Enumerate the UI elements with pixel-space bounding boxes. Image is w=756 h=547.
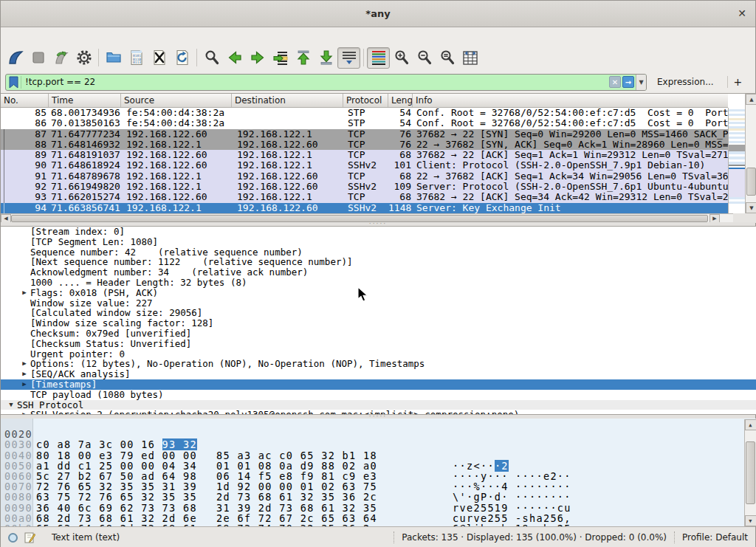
go-back-button[interactable] [223,47,246,69]
profile-status[interactable]: Profile: Default [682,532,748,543]
column-header-no[interactable]: No. [1,94,49,107]
detail-row[interactable]: Acknowledgment number: 34 (relative ack … [1,267,756,278]
detail-row[interactable]: ▼ SSH Protocol [1,400,756,410]
packet-row[interactable]: 89 71.648191037 192.168.122.60 192.168.1… [1,150,728,160]
expand-arrow-icon[interactable] [18,237,30,247]
expand-arrow-icon[interactable] [18,339,30,349]
resize-columns-button[interactable] [458,47,481,69]
packet-list-vscrollbar[interactable]: ▲ ▼ [745,94,756,213]
packet-row[interactable]: 94 71.663856741 192.168.122.1 192.168.12… [1,203,728,213]
scroll-down-button[interactable]: ▼ [745,515,756,526]
detail-row[interactable]: Checksum: 0x79ed [unverified] [1,328,756,339]
go-forward-button[interactable] [246,47,269,69]
hex-row[interactable]: 0050 5c 27 b2 67 50 ad 64 98 1d 92 00 00… [1,450,756,461]
expand-arrow-icon[interactable] [18,247,30,258]
detail-row[interactable]: Sequence number: 42 (relative sequence n… [1,247,756,258]
expand-arrow-icon[interactable]: ▶ [18,288,30,298]
detail-row[interactable]: [Stream index: 0] [1,227,756,237]
auto-scroll-toggle[interactable] [337,47,360,69]
file-close-button[interactable] [148,47,171,69]
detail-row[interactable]: ▶ Flags: 0x018 (PSH, ACK) [1,288,756,298]
column-header-source[interactable]: Source [121,94,232,107]
scrollbar-thumb[interactable] [11,215,708,222]
menu-item[interactable] [51,34,63,38]
packet-row[interactable]: 85 68.001734936 fe:54:00:d4:38:2a STP 54… [1,108,728,118]
expert-info-icon[interactable] [8,533,18,543]
hex-row[interactable]: 0030 80 18 00 e3 79 ed 00 00 01 01 08 0a… [1,429,756,439]
go-first-button[interactable] [292,47,315,69]
display-filter-input[interactable]: !tcp.port == 22 ✕ → ▼ [5,74,647,91]
zoom-out-button[interactable] [413,47,436,69]
scroll-down-button[interactable]: ▼ [746,202,756,213]
menu-item[interactable] [98,34,110,38]
detail-row[interactable]: ▶ [Timestamps] [1,379,756,390]
file-open-button[interactable] [102,47,125,69]
column-header-length[interactable]: Length [388,94,413,107]
menu-item[interactable] [39,34,51,38]
filter-clear-button[interactable]: ✕ [609,76,621,88]
detail-row[interactable]: ▶ [SEQ/ACK analysis] [1,369,756,379]
column-header-info[interactable]: Info [413,94,728,107]
expand-arrow-icon[interactable] [18,308,30,318]
menu-item[interactable] [16,34,27,38]
filter-apply-button[interactable]: → [622,76,634,88]
packet-row[interactable]: 90 71.648618924 192.168.122.60 192.168.1… [1,160,728,171]
expand-arrow-icon[interactable] [18,298,30,309]
scroll-up-button[interactable]: ▲ [746,94,756,105]
column-header-time[interactable]: Time [49,94,121,107]
expand-arrow-icon[interactable]: ▶ [18,379,30,390]
zoom-100-button[interactable] [436,47,458,69]
menu-item[interactable] [122,34,134,38]
scrollbar-thumb[interactable] [746,441,755,504]
expand-arrow-icon[interactable] [18,318,30,328]
title-bar[interactable]: *any ✕ [1,1,755,27]
menu-item[interactable] [86,34,98,38]
find-packet-button[interactable] [200,47,223,69]
detail-row[interactable]: [Checksum Status: Unverified] [1,339,756,349]
hex-row[interactable]: 0080 36 40 6c 69 62 73 73 68 2e 6f 72 67… [1,481,756,492]
hex-row[interactable]: 0090 68 2d 73 68 61 32 2d 6e 69 73 74 70… [1,492,756,502]
menu-item[interactable] [110,34,122,38]
filter-bookmark-icon[interactable] [9,76,18,89]
file-save-button[interactable]: 010101100113 [125,47,148,69]
hex-row[interactable]: 00b0 38 34 2c 65 63 64 68 2d 73 68 61 32… [1,513,756,523]
scroll-up-button[interactable]: ▲ [745,419,756,430]
expression-button[interactable]: Expression... [657,77,714,87]
expand-arrow-icon[interactable] [18,328,30,339]
detail-row[interactable]: Window size value: 227 [1,298,756,309]
expand-arrow-icon[interactable]: ▼ [5,400,17,410]
expand-arrow-icon[interactable] [18,267,30,278]
hex-row[interactable]: 0070 63 75 72 76 65 32 35 35 31 39 2d 73… [1,471,756,481]
packet-row[interactable]: 91 71.648789678 192.168.122.1 192.168.12… [1,171,728,182]
capture-stop-button[interactable] [27,47,49,69]
column-header-protocol[interactable]: Protocol [343,94,388,107]
packet-row[interactable]: 86 70.013850163 fe:54:00:d4:38:2a STP 54… [1,118,728,128]
column-header-destination[interactable]: Destination [232,94,343,107]
detail-row[interactable]: [Next sequence number: 1122 (relative se… [1,257,756,267]
capture-comment-icon[interactable] [24,531,35,543]
expand-arrow-icon[interactable] [18,257,30,267]
add-filter-button[interactable]: + [727,76,749,88]
expand-arrow-icon[interactable]: ▶ [18,359,30,369]
filter-text[interactable]: !tcp.port == 22 [21,77,609,87]
colorize-toggle[interactable] [367,47,390,69]
hex-row[interactable]: 0040 a1 dd c1 25 00 00 04 34 06 14 f5 e8… [1,439,756,450]
packet-row[interactable]: 92 71.661949820 192.168.122.1 192.168.12… [1,182,728,192]
packet-row[interactable]: 93 71.662015274 192.168.122.60 192.168.1… [1,192,728,202]
go-last-button[interactable] [315,47,337,69]
expand-arrow-icon[interactable] [18,278,30,288]
hex-row[interactable]: 0060 72 76 65 32 35 35 31 39 2d 73 68 61… [1,461,756,471]
expand-arrow-icon[interactable]: ▶ [18,410,30,415]
detail-row[interactable]: [TCP Segment Len: 1080] [1,237,756,247]
scrollbar-thumb[interactable] [746,168,756,196]
packet-list-minimap[interactable] [728,108,745,213]
hex-row[interactable]: 00a0 65 63 64 68 2d 73 68 61 32 2d 6e 69… [1,503,756,513]
packet-row[interactable]: 87 71.647777234 192.168.122.60 192.168.1… [1,129,728,140]
filter-history-dropdown[interactable]: ▼ [636,75,646,90]
menu-item[interactable] [27,34,39,38]
expand-arrow-icon[interactable] [18,227,30,237]
capture-restart-button[interactable] [49,47,72,69]
menu-item[interactable] [4,34,16,38]
detail-row[interactable]: [Window size scaling factor: 128] [1,318,756,328]
hex-row[interactable]: 0020 c0 a8 7a 3c 00 16 93 32 85 a3 ac c0… [1,419,756,429]
